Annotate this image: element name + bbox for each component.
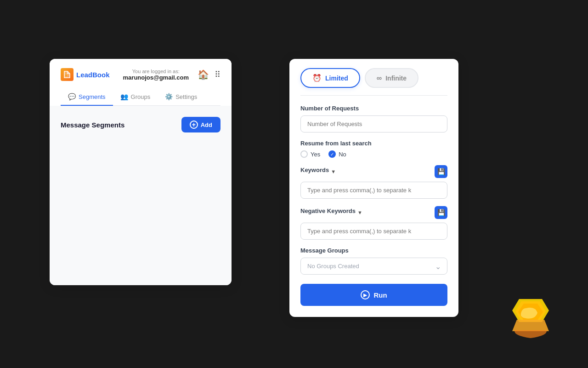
message-groups-select-wrapper: No Groups Created bbox=[300, 258, 447, 275]
keywords-save-button[interactable]: 💾 bbox=[435, 165, 447, 178]
number-of-requests-input[interactable] bbox=[300, 115, 447, 132]
radio-group: Yes ✓ No bbox=[300, 150, 447, 158]
negative-keywords-dropdown-arrow[interactable]: ▼ bbox=[357, 210, 362, 215]
message-groups-label: Message Groups bbox=[300, 247, 447, 254]
brand-name: LeadBook bbox=[76, 71, 110, 79]
keywords-label: Keywords bbox=[300, 167, 329, 173]
logged-in-label: You are logged in as: bbox=[132, 69, 180, 74]
panel-header: LeadBook You are logged in as: marunojos… bbox=[50, 59, 232, 106]
header-row: LeadBook You are logged in as: marunojos… bbox=[61, 68, 220, 81]
tab-settings[interactable]: ⚙️ Settings bbox=[158, 88, 204, 106]
right-panel: ⏰ Limited ∞ Infinite Number of Requests … bbox=[289, 59, 458, 317]
tab-groups[interactable]: 👥 Groups bbox=[113, 88, 158, 106]
yellow-logo bbox=[510, 294, 551, 340]
negative-keywords-section: Negative Keywords ▼ 💾 bbox=[300, 206, 447, 240]
clock-icon: ⏰ bbox=[312, 74, 322, 82]
number-of-requests-label: Number of Requests bbox=[300, 105, 447, 112]
negative-keywords-label-row: Negative Keywords ▼ bbox=[300, 207, 362, 218]
message-groups-select[interactable]: No Groups Created bbox=[300, 258, 447, 275]
left-panel: LeadBook You are logged in as: marunojos… bbox=[50, 59, 232, 285]
infinite-toggle[interactable]: ∞ Infinite bbox=[365, 68, 418, 88]
run-icon: ▶ bbox=[361, 290, 370, 299]
brand-logo bbox=[61, 68, 74, 81]
user-email: marunojos@gmail.com bbox=[123, 74, 189, 81]
brand: LeadBook bbox=[61, 68, 110, 81]
negative-keywords-save-button[interactable]: 💾 bbox=[435, 206, 447, 219]
keywords-header: Keywords ▼ 💾 bbox=[300, 165, 447, 178]
keywords-section: Keywords ▼ 💾 bbox=[300, 165, 447, 199]
svg-point-0 bbox=[65, 75, 67, 76]
plus-icon: + bbox=[190, 121, 198, 129]
radio-yes[interactable]: Yes bbox=[300, 150, 320, 158]
radio-no-check: ✓ bbox=[328, 150, 336, 158]
number-of-requests-field: Number of Requests bbox=[300, 105, 447, 132]
section-title: Message Segments bbox=[61, 121, 124, 129]
message-groups-section: Message Groups No Groups Created bbox=[300, 247, 447, 275]
header-icons: 🏠 ⠿ bbox=[198, 69, 220, 80]
nav-tabs: 💬 Segments 👥 Groups ⚙️ Settings bbox=[61, 88, 220, 106]
tab-segments[interactable]: 💬 Segments bbox=[61, 88, 113, 106]
resume-label: Resume from last search bbox=[300, 140, 447, 147]
run-button[interactable]: ▶ Run bbox=[300, 284, 447, 306]
keywords-dropdown-arrow[interactable]: ▼ bbox=[331, 169, 336, 174]
radio-yes-circle bbox=[300, 150, 308, 158]
negative-keywords-header: Negative Keywords ▼ 💾 bbox=[300, 206, 447, 219]
negative-keywords-input[interactable] bbox=[300, 223, 447, 240]
segments-icon: 💬 bbox=[68, 93, 76, 100]
grid-icon[interactable]: ⠿ bbox=[215, 69, 220, 80]
keywords-label-row: Keywords ▼ bbox=[300, 167, 336, 177]
toggle-row: ⏰ Limited ∞ Infinite bbox=[300, 59, 447, 96]
panel-body: Message Segments + Add bbox=[50, 106, 232, 285]
resume-row: Resume from last search Yes ✓ No bbox=[300, 140, 447, 158]
add-button[interactable]: + Add bbox=[181, 117, 220, 132]
home-icon[interactable]: 🏠 bbox=[198, 69, 209, 80]
section-header: Message Segments + Add bbox=[61, 117, 220, 132]
keywords-input[interactable] bbox=[300, 182, 447, 199]
user-info: You are logged in as: marunojos@gmail.co… bbox=[110, 69, 198, 81]
negative-keywords-label: Negative Keywords bbox=[300, 207, 356, 214]
radio-no[interactable]: ✓ No bbox=[328, 150, 346, 158]
settings-icon: ⚙️ bbox=[165, 93, 173, 100]
groups-icon: 👥 bbox=[120, 93, 128, 100]
infinite-icon: ∞ bbox=[377, 74, 382, 82]
limited-toggle[interactable]: ⏰ Limited bbox=[300, 68, 360, 88]
